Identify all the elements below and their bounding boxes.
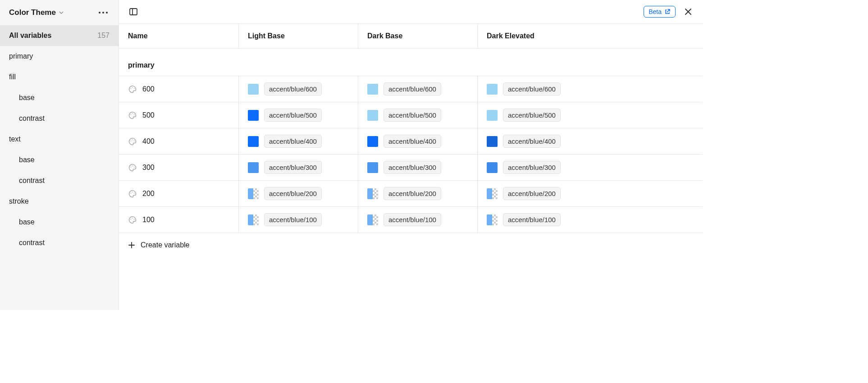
color-swatch[interactable] [248,84,259,95]
variable-name-cell[interactable]: 400 [119,128,238,154]
alias-token[interactable]: accent/blue/500 [503,109,561,122]
mode-value-cell[interactable]: accent/blue/200 [477,181,597,206]
sidebar-item-stroke[interactable]: stroke [0,191,119,212]
sidebar-item-contrast-child[interactable]: contrast [0,170,119,191]
sidebar-item-text[interactable]: text [0,129,119,150]
color-swatch[interactable] [487,214,498,225]
alias-token[interactable]: accent/blue/200 [503,187,561,200]
color-swatch[interactable] [248,110,259,121]
sidebar-item-contrast-child[interactable]: contrast [0,233,119,253]
mode-value-cell[interactable]: accent/blue/500 [477,102,597,128]
alias-token[interactable]: accent/blue/500 [384,109,441,122]
mode-value-cell[interactable]: accent/blue/400 [238,128,358,154]
svg-point-11 [130,166,131,167]
svg-point-16 [134,192,135,193]
table-row[interactable]: 500accent/blue/500accent/blue/500accent/… [119,102,703,128]
alias-token[interactable]: accent/blue/200 [264,187,322,200]
table-row[interactable]: 200accent/blue/200accent/blue/200accent/… [119,180,703,206]
color-swatch[interactable] [367,162,378,173]
sidebar-item-label: base [19,156,35,164]
alias-token[interactable]: accent/blue/200 [384,187,441,200]
color-swatch[interactable] [487,188,498,199]
mode-value-cell[interactable]: accent/blue/300 [358,155,477,180]
mode-value-cell[interactable]: accent/blue/500 [358,102,477,128]
variable-name: 500 [142,111,155,119]
mode-value-cell[interactable]: accent/blue/100 [358,207,477,233]
sidebar-item-contrast-child[interactable]: contrast [0,108,119,129]
svg-point-9 [132,139,133,140]
sidebar-item-label: contrast [19,114,45,123]
mode-value-cell[interactable]: accent/blue/200 [238,181,358,206]
sidebar-item-base-child[interactable]: base [0,150,119,170]
column-header-light-base[interactable]: Light Base [238,24,358,48]
alias-token[interactable]: accent/blue/500 [264,109,322,122]
sidebar-item-base-child[interactable]: base [0,87,119,108]
color-swatch[interactable] [367,214,378,225]
alias-token[interactable]: accent/blue/300 [503,161,561,174]
alias-token[interactable]: accent/blue/300 [384,161,441,174]
svg-point-3 [132,87,133,88]
alias-token[interactable]: accent/blue/600 [503,82,561,96]
alias-token[interactable]: accent/blue/600 [264,82,322,96]
mode-value-cell[interactable]: accent/blue/600 [477,76,597,102]
color-swatch[interactable] [367,84,378,95]
table-row[interactable]: 400accent/blue/400accent/blue/400accent/… [119,128,703,154]
mode-value-cell[interactable]: accent/blue/300 [238,155,358,180]
palette-icon [128,85,137,94]
mode-value-cell[interactable]: accent/blue/400 [358,128,477,154]
alias-token[interactable]: accent/blue/400 [384,135,441,148]
create-variable-button[interactable]: Create variable [119,233,703,257]
color-swatch[interactable] [487,110,498,121]
alias-token[interactable]: accent/blue/300 [264,161,322,174]
color-swatch[interactable] [248,136,259,147]
alias-token[interactable]: accent/blue/100 [384,213,441,226]
mode-value-cell[interactable]: accent/blue/100 [238,207,358,233]
beta-button[interactable]: Beta [644,6,676,18]
color-swatch[interactable] [367,188,378,199]
alias-token[interactable]: accent/blue/400 [503,135,561,148]
table-row[interactable]: 600accent/blue/600accent/blue/600accent/… [119,76,703,102]
collection-title: Color Theme [9,8,56,17]
mode-value-cell[interactable]: accent/blue/100 [477,207,597,233]
sidebar-item-fill[interactable]: fill [0,67,119,87]
color-swatch[interactable] [367,136,378,147]
table-row[interactable]: 100accent/blue/100accent/blue/100accent/… [119,206,703,233]
variable-name-cell[interactable]: 100 [119,207,238,233]
mode-value-cell[interactable]: accent/blue/200 [358,181,477,206]
column-header-dark-elevated[interactable]: Dark Elevated [477,24,597,48]
sidebar-item-label: stroke [9,197,29,205]
more-menu-button[interactable] [96,9,110,16]
mode-value-cell[interactable]: accent/blue/300 [477,155,597,180]
sidebar-toggle-button[interactable] [127,5,140,18]
collection-dropdown[interactable]: Color Theme [9,8,64,17]
column-header-dark-base[interactable]: Dark Base [358,24,477,48]
color-swatch[interactable] [487,84,498,95]
table-row[interactable]: 300accent/blue/300accent/blue/300accent/… [119,154,703,180]
alias-token[interactable]: accent/blue/600 [384,82,441,96]
color-swatch[interactable] [248,214,259,225]
variable-name-cell[interactable]: 200 [119,181,238,206]
mode-value-cell[interactable]: accent/blue/400 [477,128,597,154]
alias-token[interactable]: accent/blue/100 [503,213,561,226]
color-swatch[interactable] [248,162,259,173]
sidebar-item-base-child[interactable]: base [0,212,119,233]
svg-point-15 [132,192,133,192]
mode-value-cell[interactable]: accent/blue/600 [238,76,358,102]
svg-point-7 [134,114,135,115]
mode-value-cell[interactable]: accent/blue/500 [238,102,358,128]
color-swatch[interactable] [487,136,498,147]
alias-token[interactable]: accent/blue/400 [264,135,322,148]
variable-name-cell[interactable]: 600 [119,76,238,102]
sidebar-item-all-variables[interactable]: All variables 157 [0,25,119,46]
table-header-row: Name Light Base Dark Base Dark Elevated [119,24,703,49]
variable-name-cell[interactable]: 300 [119,155,238,180]
color-swatch[interactable] [487,162,498,173]
variable-name-cell[interactable]: 500 [119,102,238,128]
color-swatch[interactable] [367,110,378,121]
sidebar-item-primary[interactable]: primary [0,46,119,67]
color-swatch[interactable] [248,188,259,199]
alias-token[interactable]: accent/blue/100 [264,213,322,226]
mode-value-cell[interactable]: accent/blue/600 [358,76,477,102]
close-button[interactable] [682,5,694,18]
sidebar: Color Theme All variables 157 primaryfil… [0,0,119,310]
